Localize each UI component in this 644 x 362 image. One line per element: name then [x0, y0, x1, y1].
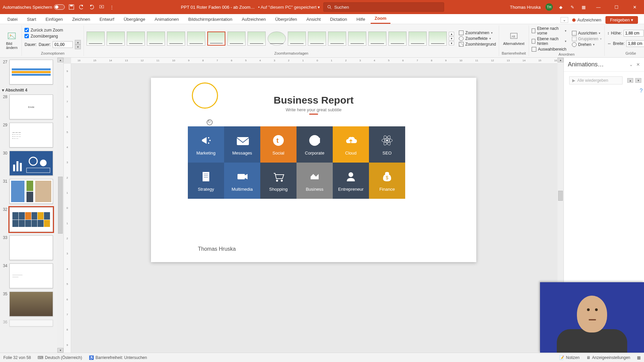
- slide-thumbnail[interactable]: 29 — — —• — — —• — — —• — —: [1, 123, 62, 147]
- slide-thumbnail[interactable]: 28 Ende: [1, 95, 62, 119]
- slide-thumb-img[interactable]: — — —• — — —• — — —• — —: [9, 123, 53, 147]
- collapse-ribbon-icon[interactable]: ⌄: [560, 17, 568, 23]
- bring-forward-dropdown[interactable]: Ebene nach vorne: [532, 26, 567, 36]
- slide-thumbnail[interactable]: 30: [1, 151, 62, 176]
- coming-soon-icon[interactable]: ◆: [557, 4, 564, 10]
- gallery-down[interactable]: ▾: [449, 37, 454, 41]
- style-thumb[interactable]: [147, 32, 165, 46]
- slide-thumbnail[interactable]: 36: [1, 320, 62, 326]
- section-header[interactable]: ▾ Abschnitt 4: [2, 88, 61, 93]
- tile-strategy[interactable]: Strategy: [188, 163, 224, 199]
- ribbon-tab-hilfe[interactable]: Hilfe: [353, 15, 369, 24]
- style-gallery[interactable]: [87, 32, 447, 46]
- style-thumb[interactable]: [248, 32, 266, 46]
- slide-thumbnail[interactable]: 34 ————————: [1, 263, 62, 288]
- style-thumb[interactable]: [328, 32, 346, 46]
- style-thumb-selected[interactable]: [207, 32, 225, 46]
- anim-up[interactable]: ▴: [627, 78, 633, 83]
- collapse-section-icon[interactable]: ▾: [2, 88, 4, 93]
- slide-thumbnail[interactable]: 27: [1, 60, 62, 84]
- duration-up[interactable]: ▴: [75, 40, 81, 45]
- save-icon[interactable]: [68, 4, 75, 10]
- scroll-up[interactable]: ▴: [57, 58, 63, 62]
- zoom-frame-dropdown[interactable]: Zoomrahmen: [459, 31, 496, 35]
- record-button[interactable]: Aufzeichnen: [572, 17, 601, 22]
- touch-mode-icon[interactable]: ⋮: [108, 4, 115, 10]
- close-button[interactable]: ✕: [628, 0, 641, 14]
- ribbon-tab-ansicht[interactable]: Ansicht: [302, 15, 325, 24]
- user-name[interactable]: Thomas Hruska: [510, 5, 541, 10]
- share-button[interactable]: Freigeben ▾: [605, 16, 638, 24]
- ribbon-tab-übergänge[interactable]: Übergänge: [120, 15, 149, 24]
- style-thumb[interactable]: [127, 32, 145, 46]
- anim-down[interactable]: ▾: [635, 78, 641, 83]
- slide-thumbnail[interactable]: 32: [1, 207, 62, 232]
- style-thumb[interactable]: [288, 32, 306, 46]
- editor-scroll-up[interactable]: ▴: [557, 58, 564, 62]
- change-image-button[interactable]: Bild ändern: [5, 31, 19, 50]
- present-icon[interactable]: [98, 4, 105, 10]
- tile-seo[interactable]: SEO: [369, 126, 405, 163]
- tile-business[interactable]: Business: [297, 163, 333, 199]
- tile-corporate[interactable]: Corporate: [297, 126, 333, 163]
- ribbon-tab-einfügen[interactable]: Einfügen: [42, 15, 67, 24]
- return-to-zoom-checkbox[interactable]: Zurück zum Zoom: [24, 28, 81, 33]
- ribbon-tab-entwurf[interactable]: Entwurf: [96, 15, 118, 24]
- ribbon-tab-aufzeichnen[interactable]: Aufzeichnen: [238, 15, 270, 24]
- maximize-button[interactable]: ☐: [610, 0, 623, 14]
- style-thumb[interactable]: [429, 32, 447, 46]
- style-thumb[interactable]: [368, 32, 386, 46]
- language-indicator[interactable]: ⌨Deutsch (Österreich): [38, 355, 82, 360]
- ribbon-tab-zoom[interactable]: Zoom: [371, 14, 390, 24]
- duration-input[interactable]: [53, 41, 73, 48]
- slide-thumb-img[interactable]: [9, 179, 53, 204]
- slide-thumb-img[interactable]: [9, 235, 53, 260]
- duration-down[interactable]: ▾: [75, 45, 81, 49]
- slide-thumb-img[interactable]: [9, 292, 53, 316]
- width-input[interactable]: [626, 40, 644, 47]
- draw-icon[interactable]: ✎: [569, 4, 576, 10]
- slide-thumb-img[interactable]: [9, 207, 53, 232]
- tile-cloud[interactable]: Cloud: [333, 126, 369, 163]
- view-normal-icon[interactable]: ▦: [637, 355, 641, 360]
- display-settings-button[interactable]: 🖥Anzeigeeinstellungen: [586, 355, 630, 360]
- style-thumb[interactable]: [409, 32, 427, 46]
- help-icon[interactable]: ?: [640, 88, 643, 94]
- autosave-toggle[interactable]: Automatisches Speichern: [3, 4, 65, 10]
- style-thumb[interactable]: [87, 32, 105, 46]
- tile-messages[interactable]: Messages: [224, 126, 260, 163]
- saved-location[interactable]: • Auf "diesem PC" gespeichert ▾: [258, 5, 320, 10]
- selection-ring[interactable]: [192, 82, 218, 109]
- ribbon-tab-zeichnen[interactable]: Zeichnen: [68, 15, 94, 24]
- rotation-handle-icon[interactable]: [207, 119, 213, 125]
- tile-social[interactable]: t Social: [260, 126, 297, 163]
- style-thumb[interactable]: [348, 32, 366, 46]
- tile-shopping[interactable]: Shopping: [260, 163, 297, 199]
- document-title[interactable]: PPT 01 Roter Faden 006 - ab Zoom…: [181, 5, 255, 10]
- ribbon-tab-bildschirmpräsentation[interactable]: Bildschirmpräsentation: [184, 15, 236, 24]
- window-layout-icon[interactable]: ▦: [580, 4, 587, 10]
- style-thumb[interactable]: [227, 32, 246, 46]
- redo-icon[interactable]: [88, 4, 95, 10]
- slide-count[interactable]: Folie 32 von 58: [3, 355, 31, 360]
- zoom-background-button[interactable]: Zoomhintergrund: [459, 42, 496, 47]
- slide-thumb-img[interactable]: Ende: [9, 95, 53, 119]
- style-thumb[interactable]: [388, 32, 407, 46]
- group-dropdown[interactable]: Gruppieren: [572, 37, 602, 41]
- thumbnail-scrollbar[interactable]: ▴ ▾: [57, 58, 63, 353]
- style-thumb[interactable]: [167, 32, 185, 46]
- slide-thumbnail[interactable]: 31: [1, 179, 62, 204]
- style-thumb[interactable]: [107, 32, 125, 46]
- ribbon-tab-dictation[interactable]: Dictation: [326, 15, 351, 24]
- pane-collapse-icon[interactable]: ⌄: [629, 62, 633, 67]
- ribbon-tab-start[interactable]: Start: [23, 15, 40, 24]
- rotate-dropdown[interactable]: Drehen: [572, 42, 602, 47]
- slide-thumb-img[interactable]: [9, 60, 53, 84]
- style-thumb[interactable]: [268, 32, 286, 46]
- zoom-transition-checkbox[interactable]: Zoomübergang: [24, 34, 81, 39]
- slide-thumb-img[interactable]: ————————: [9, 263, 53, 288]
- selection-pane-button[interactable]: Auswahlbereich: [532, 47, 567, 52]
- tile-marketing[interactable]: Marketing: [188, 126, 224, 163]
- scroll-thumb[interactable]: [58, 177, 63, 234]
- toggle-switch-icon[interactable]: [54, 4, 65, 10]
